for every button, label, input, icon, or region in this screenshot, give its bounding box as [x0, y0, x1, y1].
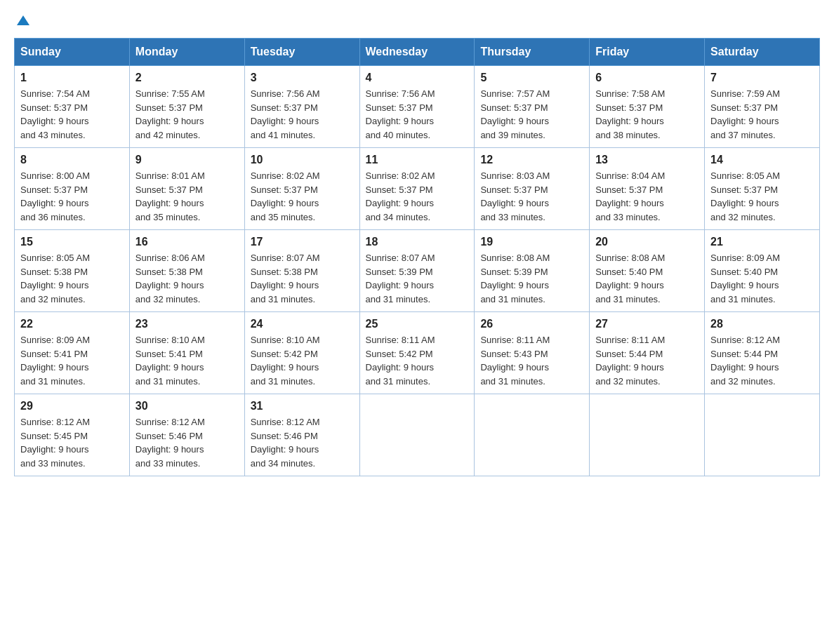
day-info: Sunrise: 7:57 AMSunset: 5:37 PMDaylight:… [480, 87, 583, 142]
calendar-cell: 16 Sunrise: 8:06 AMSunset: 5:38 PMDaylig… [129, 230, 244, 312]
calendar-cell: 5 Sunrise: 7:57 AMSunset: 5:37 PMDayligh… [475, 66, 590, 148]
weekday-header-wednesday: Wednesday [359, 39, 475, 66]
page-header [14, 14, 820, 24]
day-info: Sunrise: 8:00 AMSunset: 5:37 PMDaylight:… [20, 169, 124, 224]
day-number: 19 [480, 236, 583, 248]
day-info: Sunrise: 8:12 AMSunset: 5:46 PMDaylight:… [135, 415, 239, 470]
day-info: Sunrise: 7:56 AMSunset: 5:37 PMDaylight:… [251, 87, 354, 142]
calendar-week-1: 1 Sunrise: 7:54 AMSunset: 5:37 PMDayligh… [15, 66, 820, 148]
calendar-cell: 19 Sunrise: 8:08 AMSunset: 5:39 PMDaylig… [475, 230, 590, 312]
day-number: 29 [20, 400, 124, 412]
day-number: 3 [251, 72, 354, 84]
calendar-cell [590, 394, 705, 476]
day-number: 12 [480, 154, 583, 166]
day-info: Sunrise: 8:08 AMSunset: 5:39 PMDaylight:… [480, 251, 583, 306]
calendar-cell: 17 Sunrise: 8:07 AMSunset: 5:38 PMDaylig… [244, 230, 359, 312]
day-number: 11 [366, 154, 469, 166]
day-number: 25 [366, 318, 469, 330]
calendar-cell: 15 Sunrise: 8:05 AMSunset: 5:38 PMDaylig… [15, 230, 130, 312]
calendar-body: 1 Sunrise: 7:54 AMSunset: 5:37 PMDayligh… [15, 66, 820, 476]
calendar-cell: 30 Sunrise: 8:12 AMSunset: 5:46 PMDaylig… [129, 394, 244, 476]
day-info: Sunrise: 7:55 AMSunset: 5:37 PMDaylight:… [135, 87, 239, 142]
day-number: 20 [595, 236, 699, 248]
day-info: Sunrise: 7:56 AMSunset: 5:37 PMDaylight:… [366, 87, 469, 142]
day-number: 31 [251, 400, 354, 412]
logo [14, 14, 31, 24]
day-number: 15 [20, 236, 124, 248]
calendar-cell [475, 394, 590, 476]
calendar-week-4: 22 Sunrise: 8:09 AMSunset: 5:41 PMDaylig… [15, 312, 820, 394]
day-number: 26 [480, 318, 583, 330]
day-info: Sunrise: 8:09 AMSunset: 5:40 PMDaylight:… [710, 251, 814, 306]
day-info: Sunrise: 8:08 AMSunset: 5:40 PMDaylight:… [595, 251, 699, 306]
day-number: 30 [135, 400, 239, 412]
day-info: Sunrise: 8:11 AMSunset: 5:44 PMDaylight:… [595, 333, 699, 388]
calendar-cell: 11 Sunrise: 8:02 AMSunset: 5:37 PMDaylig… [359, 148, 475, 230]
weekday-header-tuesday: Tuesday [244, 39, 359, 66]
weekday-header-thursday: Thursday [475, 39, 590, 66]
day-info: Sunrise: 8:10 AMSunset: 5:42 PMDaylight:… [251, 333, 354, 388]
calendar-cell: 20 Sunrise: 8:08 AMSunset: 5:40 PMDaylig… [590, 230, 705, 312]
calendar-cell: 10 Sunrise: 8:02 AMSunset: 5:37 PMDaylig… [244, 148, 359, 230]
day-info: Sunrise: 8:02 AMSunset: 5:37 PMDaylight:… [366, 169, 469, 224]
day-number: 9 [135, 154, 239, 166]
day-info: Sunrise: 8:04 AMSunset: 5:37 PMDaylight:… [595, 169, 699, 224]
day-number: 5 [480, 72, 583, 84]
day-info: Sunrise: 7:59 AMSunset: 5:37 PMDaylight:… [710, 87, 814, 142]
calendar-cell: 2 Sunrise: 7:55 AMSunset: 5:37 PMDayligh… [129, 66, 244, 148]
calendar-cell: 31 Sunrise: 8:12 AMSunset: 5:46 PMDaylig… [244, 394, 359, 476]
weekday-header-sunday: Sunday [15, 39, 130, 66]
calendar-cell: 22 Sunrise: 8:09 AMSunset: 5:41 PMDaylig… [15, 312, 130, 394]
day-info: Sunrise: 8:12 AMSunset: 5:46 PMDaylight:… [251, 415, 354, 470]
day-number: 10 [251, 154, 354, 166]
day-number: 24 [251, 318, 354, 330]
day-number: 4 [366, 72, 469, 84]
day-info: Sunrise: 7:54 AMSunset: 5:37 PMDaylight:… [20, 87, 124, 142]
calendar-cell [359, 394, 475, 476]
day-info: Sunrise: 8:01 AMSunset: 5:37 PMDaylight:… [135, 169, 239, 224]
calendar-cell [705, 394, 820, 476]
day-info: Sunrise: 8:11 AMSunset: 5:42 PMDaylight:… [366, 333, 469, 388]
calendar-cell: 4 Sunrise: 7:56 AMSunset: 5:37 PMDayligh… [359, 66, 475, 148]
day-info: Sunrise: 8:06 AMSunset: 5:38 PMDaylight:… [135, 251, 239, 306]
day-number: 28 [710, 318, 814, 330]
day-number: 18 [366, 236, 469, 248]
day-info: Sunrise: 8:07 AMSunset: 5:38 PMDaylight:… [251, 251, 354, 306]
calendar-header: SundayMondayTuesdayWednesdayThursdayFrid… [15, 39, 820, 66]
day-info: Sunrise: 8:12 AMSunset: 5:44 PMDaylight:… [710, 333, 814, 388]
calendar-cell: 18 Sunrise: 8:07 AMSunset: 5:39 PMDaylig… [359, 230, 475, 312]
day-number: 21 [710, 236, 814, 248]
day-number: 1 [20, 72, 124, 84]
day-info: Sunrise: 7:58 AMSunset: 5:37 PMDaylight:… [595, 87, 699, 142]
day-number: 7 [710, 72, 814, 84]
day-number: 8 [20, 154, 124, 166]
calendar-cell: 9 Sunrise: 8:01 AMSunset: 5:37 PMDayligh… [129, 148, 244, 230]
calendar-cell: 21 Sunrise: 8:09 AMSunset: 5:40 PMDaylig… [705, 230, 820, 312]
day-info: Sunrise: 8:03 AMSunset: 5:37 PMDaylight:… [480, 169, 583, 224]
calendar-week-2: 8 Sunrise: 8:00 AMSunset: 5:37 PMDayligh… [15, 148, 820, 230]
weekday-header-friday: Friday [590, 39, 705, 66]
day-number: 13 [595, 154, 699, 166]
calendar-cell: 25 Sunrise: 8:11 AMSunset: 5:42 PMDaylig… [359, 312, 475, 394]
day-number: 23 [135, 318, 239, 330]
day-info: Sunrise: 8:05 AMSunset: 5:37 PMDaylight:… [710, 169, 814, 224]
logo-text [14, 14, 31, 27]
calendar-cell: 8 Sunrise: 8:00 AMSunset: 5:37 PMDayligh… [15, 148, 130, 230]
day-info: Sunrise: 8:12 AMSunset: 5:45 PMDaylight:… [20, 415, 124, 470]
calendar-cell: 14 Sunrise: 8:05 AMSunset: 5:37 PMDaylig… [705, 148, 820, 230]
day-number: 27 [595, 318, 699, 330]
calendar-cell: 24 Sunrise: 8:10 AMSunset: 5:42 PMDaylig… [244, 312, 359, 394]
day-number: 14 [710, 154, 814, 166]
day-info: Sunrise: 8:11 AMSunset: 5:43 PMDaylight:… [480, 333, 583, 388]
calendar-cell: 28 Sunrise: 8:12 AMSunset: 5:44 PMDaylig… [705, 312, 820, 394]
calendar-cell: 13 Sunrise: 8:04 AMSunset: 5:37 PMDaylig… [590, 148, 705, 230]
weekday-row: SundayMondayTuesdayWednesdayThursdayFrid… [15, 39, 820, 66]
calendar-cell: 29 Sunrise: 8:12 AMSunset: 5:45 PMDaylig… [15, 394, 130, 476]
day-number: 2 [135, 72, 239, 84]
calendar-cell: 3 Sunrise: 7:56 AMSunset: 5:37 PMDayligh… [244, 66, 359, 148]
calendar-cell: 12 Sunrise: 8:03 AMSunset: 5:37 PMDaylig… [475, 148, 590, 230]
calendar-table: SundayMondayTuesdayWednesdayThursdayFrid… [14, 38, 820, 476]
svg-marker-0 [17, 15, 29, 25]
day-number: 16 [135, 236, 239, 248]
day-number: 22 [20, 318, 124, 330]
